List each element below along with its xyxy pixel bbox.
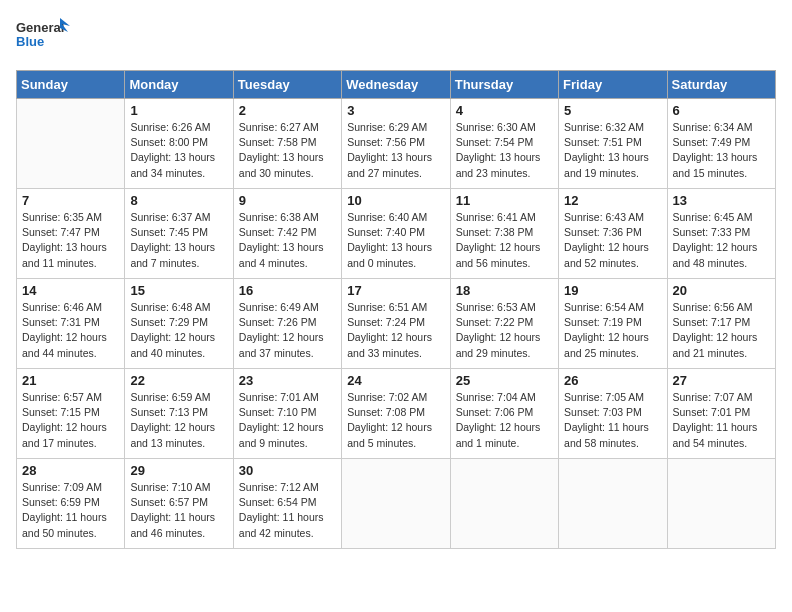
day-number: 11 [456,193,553,208]
calendar-cell: 10Sunrise: 6:40 AM Sunset: 7:40 PM Dayli… [342,189,450,279]
day-number: 9 [239,193,336,208]
calendar-cell: 4Sunrise: 6:30 AM Sunset: 7:54 PM Daylig… [450,99,558,189]
weekday-header-saturday: Saturday [667,71,775,99]
calendar-cell: 13Sunrise: 6:45 AM Sunset: 7:33 PM Dayli… [667,189,775,279]
cell-content: Sunrise: 6:35 AM Sunset: 7:47 PM Dayligh… [22,210,119,271]
day-number: 13 [673,193,770,208]
day-number: 23 [239,373,336,388]
cell-content: Sunrise: 6:26 AM Sunset: 8:00 PM Dayligh… [130,120,227,181]
weekday-header-thursday: Thursday [450,71,558,99]
calendar-cell: 14Sunrise: 6:46 AM Sunset: 7:31 PM Dayli… [17,279,125,369]
day-number: 10 [347,193,444,208]
cell-content: Sunrise: 6:59 AM Sunset: 7:13 PM Dayligh… [130,390,227,451]
day-number: 28 [22,463,119,478]
cell-content: Sunrise: 6:48 AM Sunset: 7:29 PM Dayligh… [130,300,227,361]
cell-content: Sunrise: 6:29 AM Sunset: 7:56 PM Dayligh… [347,120,444,181]
calendar-cell: 25Sunrise: 7:04 AM Sunset: 7:06 PM Dayli… [450,369,558,459]
cell-content: Sunrise: 6:37 AM Sunset: 7:45 PM Dayligh… [130,210,227,271]
calendar-cell: 23Sunrise: 7:01 AM Sunset: 7:10 PM Dayli… [233,369,341,459]
day-number: 22 [130,373,227,388]
day-number: 6 [673,103,770,118]
calendar-cell [450,459,558,549]
cell-content: Sunrise: 6:46 AM Sunset: 7:31 PM Dayligh… [22,300,119,361]
cell-content: Sunrise: 7:02 AM Sunset: 7:08 PM Dayligh… [347,390,444,451]
day-number: 17 [347,283,444,298]
calendar-cell [17,99,125,189]
day-number: 18 [456,283,553,298]
weekday-header-sunday: Sunday [17,71,125,99]
calendar-cell: 24Sunrise: 7:02 AM Sunset: 7:08 PM Dayli… [342,369,450,459]
logo-svg: General Blue [16,16,71,58]
calendar-cell: 11Sunrise: 6:41 AM Sunset: 7:38 PM Dayli… [450,189,558,279]
cell-content: Sunrise: 6:43 AM Sunset: 7:36 PM Dayligh… [564,210,661,271]
cell-content: Sunrise: 7:12 AM Sunset: 6:54 PM Dayligh… [239,480,336,541]
day-number: 14 [22,283,119,298]
svg-text:Blue: Blue [16,34,44,49]
calendar-cell: 12Sunrise: 6:43 AM Sunset: 7:36 PM Dayli… [559,189,667,279]
calendar-cell: 20Sunrise: 6:56 AM Sunset: 7:17 PM Dayli… [667,279,775,369]
cell-content: Sunrise: 6:38 AM Sunset: 7:42 PM Dayligh… [239,210,336,271]
cell-content: Sunrise: 6:54 AM Sunset: 7:19 PM Dayligh… [564,300,661,361]
calendar-cell [667,459,775,549]
cell-content: Sunrise: 6:57 AM Sunset: 7:15 PM Dayligh… [22,390,119,451]
calendar-cell: 27Sunrise: 7:07 AM Sunset: 7:01 PM Dayli… [667,369,775,459]
day-number: 4 [456,103,553,118]
calendar-week-5: 28Sunrise: 7:09 AM Sunset: 6:59 PM Dayli… [17,459,776,549]
day-number: 27 [673,373,770,388]
calendar-cell: 29Sunrise: 7:10 AM Sunset: 6:57 PM Dayli… [125,459,233,549]
weekday-header-wednesday: Wednesday [342,71,450,99]
weekday-header-row: SundayMondayTuesdayWednesdayThursdayFrid… [17,71,776,99]
cell-content: Sunrise: 6:49 AM Sunset: 7:26 PM Dayligh… [239,300,336,361]
calendar-cell: 16Sunrise: 6:49 AM Sunset: 7:26 PM Dayli… [233,279,341,369]
cell-content: Sunrise: 7:05 AM Sunset: 7:03 PM Dayligh… [564,390,661,451]
calendar-cell: 7Sunrise: 6:35 AM Sunset: 7:47 PM Daylig… [17,189,125,279]
calendar-cell: 18Sunrise: 6:53 AM Sunset: 7:22 PM Dayli… [450,279,558,369]
day-number: 3 [347,103,444,118]
calendar-week-1: 1Sunrise: 6:26 AM Sunset: 8:00 PM Daylig… [17,99,776,189]
cell-content: Sunrise: 6:30 AM Sunset: 7:54 PM Dayligh… [456,120,553,181]
cell-content: Sunrise: 6:40 AM Sunset: 7:40 PM Dayligh… [347,210,444,271]
cell-content: Sunrise: 7:04 AM Sunset: 7:06 PM Dayligh… [456,390,553,451]
calendar-cell: 30Sunrise: 7:12 AM Sunset: 6:54 PM Dayli… [233,459,341,549]
calendar-cell: 21Sunrise: 6:57 AM Sunset: 7:15 PM Dayli… [17,369,125,459]
calendar-cell: 17Sunrise: 6:51 AM Sunset: 7:24 PM Dayli… [342,279,450,369]
cell-content: Sunrise: 6:32 AM Sunset: 7:51 PM Dayligh… [564,120,661,181]
weekday-header-friday: Friday [559,71,667,99]
calendar-cell: 6Sunrise: 6:34 AM Sunset: 7:49 PM Daylig… [667,99,775,189]
day-number: 25 [456,373,553,388]
calendar-week-2: 7Sunrise: 6:35 AM Sunset: 7:47 PM Daylig… [17,189,776,279]
calendar-cell: 3Sunrise: 6:29 AM Sunset: 7:56 PM Daylig… [342,99,450,189]
day-number: 12 [564,193,661,208]
day-number: 5 [564,103,661,118]
calendar-table: SundayMondayTuesdayWednesdayThursdayFrid… [16,70,776,549]
calendar-week-3: 14Sunrise: 6:46 AM Sunset: 7:31 PM Dayli… [17,279,776,369]
day-number: 20 [673,283,770,298]
weekday-header-monday: Monday [125,71,233,99]
cell-content: Sunrise: 7:09 AM Sunset: 6:59 PM Dayligh… [22,480,119,541]
calendar-cell: 19Sunrise: 6:54 AM Sunset: 7:19 PM Dayli… [559,279,667,369]
day-number: 8 [130,193,227,208]
cell-content: Sunrise: 7:07 AM Sunset: 7:01 PM Dayligh… [673,390,770,451]
page-header: General Blue [16,16,776,58]
day-number: 16 [239,283,336,298]
day-number: 15 [130,283,227,298]
cell-content: Sunrise: 6:45 AM Sunset: 7:33 PM Dayligh… [673,210,770,271]
calendar-cell: 9Sunrise: 6:38 AM Sunset: 7:42 PM Daylig… [233,189,341,279]
cell-content: Sunrise: 6:56 AM Sunset: 7:17 PM Dayligh… [673,300,770,361]
cell-content: Sunrise: 6:53 AM Sunset: 7:22 PM Dayligh… [456,300,553,361]
logo: General Blue [16,16,71,58]
day-number: 24 [347,373,444,388]
cell-content: Sunrise: 6:41 AM Sunset: 7:38 PM Dayligh… [456,210,553,271]
day-number: 19 [564,283,661,298]
day-number: 2 [239,103,336,118]
day-number: 29 [130,463,227,478]
weekday-header-tuesday: Tuesday [233,71,341,99]
calendar-cell: 8Sunrise: 6:37 AM Sunset: 7:45 PM Daylig… [125,189,233,279]
calendar-cell [559,459,667,549]
calendar-cell: 1Sunrise: 6:26 AM Sunset: 8:00 PM Daylig… [125,99,233,189]
cell-content: Sunrise: 6:27 AM Sunset: 7:58 PM Dayligh… [239,120,336,181]
day-number: 7 [22,193,119,208]
calendar-cell: 28Sunrise: 7:09 AM Sunset: 6:59 PM Dayli… [17,459,125,549]
calendar-cell: 15Sunrise: 6:48 AM Sunset: 7:29 PM Dayli… [125,279,233,369]
day-number: 21 [22,373,119,388]
